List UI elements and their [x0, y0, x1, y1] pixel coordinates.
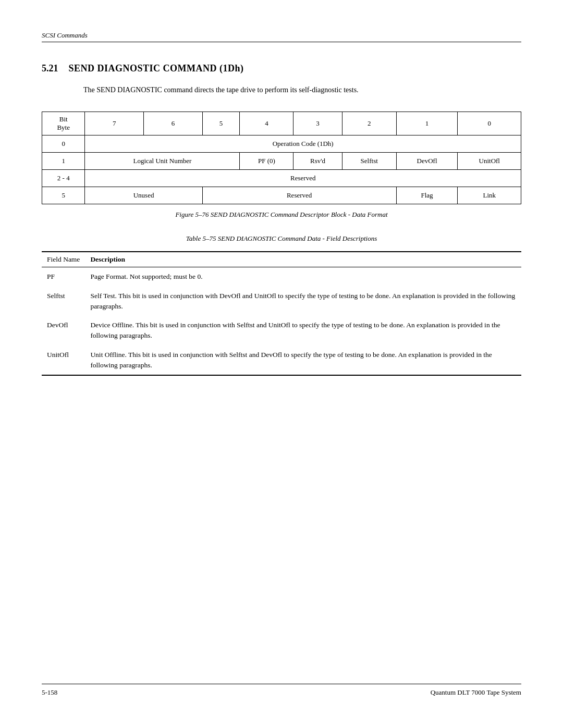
row-label-1: 1	[42, 153, 85, 170]
unitofl-cell: UnitOfl	[458, 153, 521, 170]
field-description-cell: Device Offline. This bit is used in conj…	[85, 316, 521, 346]
flag-cell: Flag	[396, 187, 458, 204]
table-row: 0 Operation Code (1Dh)	[42, 135, 521, 153]
section-number: 5.21	[42, 63, 58, 74]
logical-unit-number-cell: Logical Unit Number	[85, 153, 240, 170]
col-3: 3	[293, 112, 342, 135]
devofl-cell: DevOfl	[396, 153, 458, 170]
table-row: 1 Logical Unit Number PF (0) Rsv'd Selft…	[42, 153, 521, 170]
reserved-cell-1: Reserved	[85, 170, 521, 187]
page: SCSI Commands 5.21 SEND DIAGNOSTIC COMMA…	[0, 0, 563, 417]
field-description-cell: Page Format. Not supported; must be 0.	[85, 267, 521, 287]
field-table-row: DevOflDevice Offline. This bit is used i…	[42, 316, 521, 346]
col-6: 6	[144, 112, 203, 135]
field-name-cell: DevOfl	[42, 316, 85, 346]
field-name-cell: Selftst	[42, 287, 85, 316]
description-header: Description	[85, 252, 521, 267]
col-4: 4	[240, 112, 293, 135]
col-1: 1	[396, 112, 458, 135]
row-label-0: 0	[42, 135, 85, 153]
col-2: 2	[342, 112, 396, 135]
pf-cell: PF (0)	[240, 153, 293, 170]
bit-byte-header: BitByte	[42, 112, 85, 135]
field-table: Field Name Description PFPage Format. No…	[42, 251, 521, 376]
field-description-cell: Self Test. This bit is used in conjuncti…	[85, 287, 521, 316]
col-7: 7	[85, 112, 144, 135]
link-cell: Link	[458, 187, 521, 204]
field-description-cell: Unit Offline. This bit is used in conjun…	[85, 346, 521, 376]
field-table-row: PFPage Format. Not supported; must be 0.	[42, 267, 521, 287]
reserved-cell-2: Reserved	[202, 187, 396, 204]
field-name-header: Field Name	[42, 252, 85, 267]
field-name-cell: UnitOfl	[42, 346, 85, 376]
page-number: 5-158	[42, 688, 57, 697]
col-0: 0	[458, 112, 521, 135]
table-caption: Table 5–75 SEND DIAGNOSTIC Command Data …	[42, 235, 521, 243]
table-header-row: BitByte 7 6 5 4 3 2 1 0	[42, 112, 521, 135]
table-row: 2 - 4 Reserved	[42, 170, 521, 187]
rsvd-cell: Rsv'd	[293, 153, 342, 170]
section-title: SEND DIAGNOSTIC COMMAND (1Dh)	[69, 63, 244, 74]
header: SCSI Commands	[42, 31, 521, 42]
row-label-2-4: 2 - 4	[42, 170, 85, 187]
field-name-cell: PF	[42, 267, 85, 287]
col-5: 5	[202, 112, 240, 135]
field-table-row: SelftstSelf Test. This bit is used in co…	[42, 287, 521, 316]
operation-code-cell: Operation Code (1Dh)	[85, 135, 521, 153]
header-title: SCSI Commands	[42, 31, 88, 40]
intro-text: The SEND DIAGNOSTIC command directs the …	[83, 84, 521, 96]
unused-cell: Unused	[85, 187, 202, 204]
table-row: 5 Unused Reserved Flag Link	[42, 187, 521, 204]
footer: 5-158 Quantum DLT 7000 Tape System	[42, 684, 521, 697]
section-heading: 5.21 SEND DIAGNOSTIC COMMAND (1Dh)	[42, 63, 521, 74]
row-label-5: 5	[42, 187, 85, 204]
field-table-row: UnitOflUnit Offline. This bit is used in…	[42, 346, 521, 376]
command-table: BitByte 7 6 5 4 3 2 1 0 0 Operation Code…	[42, 112, 521, 204]
selftst-cell: Selftst	[342, 153, 396, 170]
figure-caption: Figure 5–76 SEND DIAGNOSTIC Command Desc…	[42, 211, 521, 219]
field-table-header-row: Field Name Description	[42, 252, 521, 267]
product-name: Quantum DLT 7000 Tape System	[431, 688, 521, 697]
